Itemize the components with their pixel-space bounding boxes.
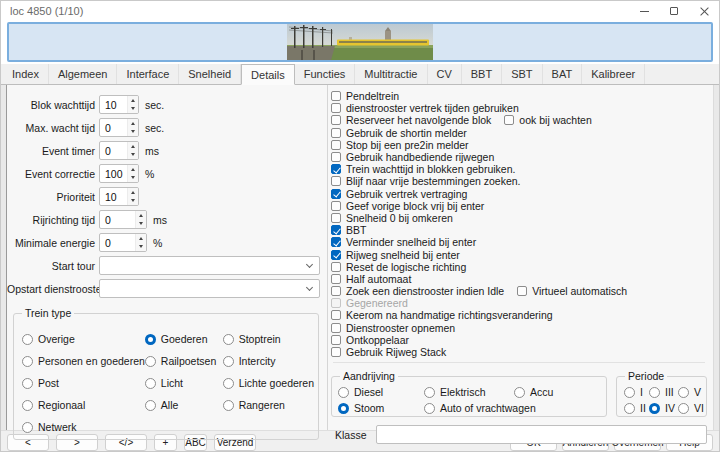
radio-overige[interactable]: Overige (22, 328, 145, 350)
minimize-button[interactable] (629, 1, 659, 21)
checkbox-snelheid-0-omkeren[interactable]: Snelheid 0 bij omkeren (331, 212, 453, 224)
max-wacht-tijd-input[interactable]: 0 (99, 118, 139, 137)
radio-intercity[interactable]: Intercity (223, 350, 314, 372)
checkbox-virtueel-automatisch[interactable]: Virtueel automatisch (517, 285, 627, 297)
checkbox-rijweg-snelheid-enter[interactable]: Rijweg snelheid bij enter (331, 249, 460, 261)
radio-stoom[interactable]: Stoom (338, 400, 424, 416)
spin-up-icon[interactable] (136, 234, 146, 243)
checkbox-ook-bij-wachten[interactable]: ook bij wachten (504, 114, 591, 126)
field-value: 10 (100, 96, 127, 113)
klasse-row: Klasse (331, 425, 707, 444)
tab-cv[interactable]: CV (428, 64, 462, 84)
field-value: 0 (100, 119, 127, 136)
titlebar: loc 4850 (1/10) (1, 1, 719, 21)
radio-periode-vi[interactable]: VI (678, 400, 706, 416)
close-button[interactable] (689, 1, 719, 21)
prioriteit-input[interactable]: 10 (99, 187, 139, 206)
spin-up-icon[interactable] (128, 188, 138, 197)
radio-elektrisch[interactable]: Elektrisch (424, 384, 514, 400)
spin-down-icon[interactable] (128, 197, 138, 206)
checkbox-dienstrooster-opnemen[interactable]: Dienstrooster opnemen (331, 322, 455, 334)
blok-wachttijd-input[interactable]: 10 (99, 95, 139, 114)
minimale-energie-input[interactable]: 0 (99, 233, 147, 252)
checkbox-label: dienstrooster vertrek tijden gebruiken (346, 102, 519, 114)
radio-accu[interactable]: Accu (514, 384, 606, 400)
event-correctie-input[interactable]: 100 (99, 164, 139, 183)
checkbox-zoek-dienstrooster-idle[interactable]: Zoek een dienstrooster indien Idle (331, 285, 504, 297)
checkbox-verminder-snelheid-enter[interactable]: Verminder snelheid bij enter (331, 236, 476, 248)
radio-alle[interactable]: Alle (145, 394, 223, 416)
checkbox-trein-wachttijd-blokken[interactable]: Trein wachttijd in blokken gebruiken. (331, 163, 515, 175)
spin-down-icon[interactable] (136, 243, 146, 252)
checkbox-pendeltrein[interactable]: Pendeltrein (331, 90, 399, 102)
radio-rangeren[interactable]: Rangeren (223, 394, 314, 416)
spin-down-icon[interactable] (128, 128, 138, 137)
tab-bbt[interactable]: BBT (462, 64, 502, 84)
checkbox-vertrek-vertraging[interactable]: Gebruik vertrek vertraging (331, 188, 467, 200)
checkbox-label: Reserveer het navolgende blok (346, 114, 491, 126)
radio-regionaal[interactable]: Regionaal (22, 394, 145, 416)
tab-bat[interactable]: BAT (543, 64, 583, 84)
radio-periode-ii[interactable]: II (624, 400, 649, 416)
spin-up-icon[interactable] (128, 119, 138, 128)
checkbox-ontkoppelaar[interactable]: Ontkoppelaar (331, 334, 409, 346)
spin-up-icon[interactable] (128, 96, 138, 105)
radio-periode-i[interactable]: I (624, 384, 649, 400)
tab-kalibreer[interactable]: Kalibreer (582, 64, 645, 84)
opstart-dienstrooster-select[interactable] (99, 279, 320, 298)
spin-down-icon[interactable] (128, 151, 138, 160)
radio-periode-iv[interactable]: IV (649, 400, 678, 416)
group-legend: Trein type (22, 307, 74, 319)
radio-goederen[interactable]: Goederen (145, 328, 223, 350)
checkbox-bbt[interactable]: BBT (331, 224, 366, 236)
radio-lichte-goederen[interactable]: Lichte goederen (223, 372, 314, 394)
spin-up-icon[interactable] (128, 142, 138, 151)
divider (333, 362, 705, 363)
radio-post[interactable]: Post (22, 372, 145, 394)
checkbox-reserveer-navolgende-blok[interactable]: Reserveer het navolgende blok (331, 114, 491, 126)
tab-index[interactable]: Index (3, 64, 49, 84)
spin-down-icon[interactable] (128, 105, 138, 114)
tab-sbt[interactable]: SBT (502, 64, 542, 84)
checkbox-reset-logische-richting[interactable]: Reset de logische richting (331, 261, 466, 273)
radio-personen-en-goederen[interactable]: Personen en goederen (22, 350, 145, 372)
radio-auto-of-vrachtwagen[interactable]: Auto of vrachtwagen (424, 400, 514, 416)
start-tour-select[interactable] (99, 256, 320, 275)
spinner (127, 119, 138, 136)
checkbox-gebruik-rijweg-stack[interactable]: Gebruik Rijweg Stack (331, 346, 446, 358)
tab-details[interactable]: Details (241, 64, 295, 85)
checkbox-label: Gegenereerd (346, 297, 408, 309)
checkbox-geef-vorige-block-vrij[interactable]: Geef vorige block vrij bij enter (331, 200, 484, 212)
spin-down-icon[interactable] (136, 220, 146, 229)
radio-icon (22, 356, 33, 367)
checkbox-label: Gebruik Rijweg Stack (346, 346, 446, 358)
checkbox-blijf-vrije-bestemmingen[interactable]: Blijf naar vrije bestemmingen zoeken. (331, 175, 521, 187)
spin-up-icon[interactable] (136, 211, 146, 220)
spin-up-icon[interactable] (128, 165, 138, 174)
spin-down-icon[interactable] (128, 174, 138, 183)
radio-diesel[interactable]: Diesel (338, 384, 424, 400)
maximize-button[interactable] (659, 1, 689, 21)
radio-licht[interactable]: Licht (145, 372, 223, 394)
tab-snelheid[interactable]: Snelheid (179, 64, 241, 84)
radio-railpoetsen[interactable]: Railpoetsen (145, 350, 223, 372)
event-timer-input[interactable]: 0 (99, 141, 139, 160)
checkbox-stop-pre2in-melder[interactable]: Stop bij een pre2in melder (331, 139, 469, 151)
checkbox-half-automaat[interactable]: Half automaat (331, 273, 411, 285)
radio-stoptrein[interactable]: Stoptrein (223, 328, 314, 350)
checkbox-keerom-handmatige-richtingsverandering[interactable]: Keerom na handmatige richtingsveranderin… (331, 309, 553, 321)
radio-icon (223, 400, 234, 411)
rijrichting-tijd-input[interactable]: 0 (99, 210, 147, 229)
checkbox-dienstrooster-vertrek-tijden[interactable]: dienstrooster vertrek tijden gebruiken (331, 102, 519, 114)
klasse-input[interactable] (376, 425, 707, 444)
checkbox-handbediende-rijwegen[interactable]: Gebruik handbediende rijwegen (331, 151, 494, 163)
tab-interface[interactable]: Interface (117, 64, 179, 84)
tab-multitractie[interactable]: Multitractie (355, 64, 427, 84)
radio-label: Stoom (354, 402, 384, 414)
tab-algemeen[interactable]: Algemeen (49, 64, 118, 84)
radio-periode-v[interactable]: V (678, 384, 706, 400)
radio-netwerk[interactable]: Netwerk (22, 416, 145, 438)
checkbox-shortin-melder[interactable]: Gebruik de shortin melder (331, 127, 467, 139)
radio-periode-iii[interactable]: III (649, 384, 678, 400)
tab-functies[interactable]: Functies (295, 64, 356, 84)
